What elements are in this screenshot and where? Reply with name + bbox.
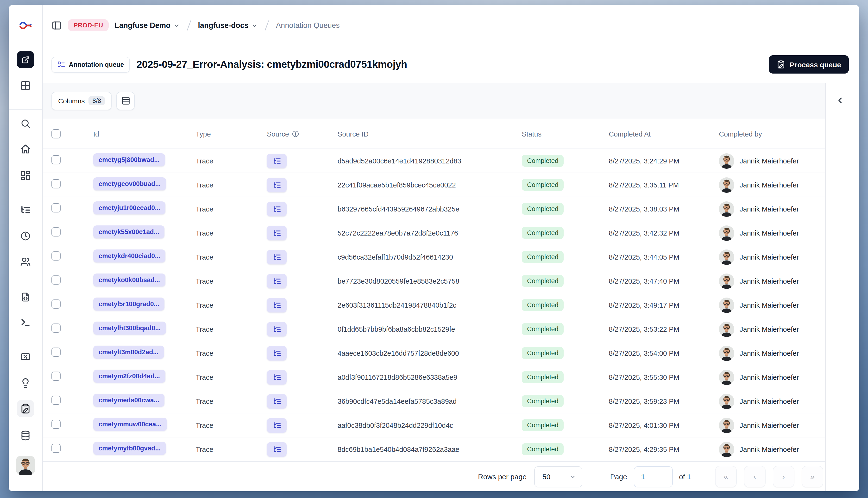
collapse-panel-button[interactable] — [835, 93, 850, 108]
item-type: Trace — [196, 421, 213, 429]
item-id-badge[interactable]: cmetyju1r00ccad0... — [93, 201, 166, 214]
source-trace-button[interactable] — [267, 274, 287, 288]
org-selector[interactable]: Langfuse Demo — [115, 21, 180, 29]
lightbulb-icon[interactable] — [20, 378, 31, 389]
completed-by-avatar — [719, 442, 734, 457]
source-trace-button[interactable] — [267, 442, 287, 456]
source-trace-button[interactable] — [267, 370, 287, 384]
select-all-checkbox[interactable] — [51, 129, 61, 139]
last-page-button[interactable]: » — [802, 466, 823, 487]
completed-at: 8/27/2025, 3:59:23 PM — [609, 397, 679, 405]
list-tree-icon — [272, 421, 281, 430]
table-row: cmetyk55x00c1ad... Trace 52c72c2222ea78e… — [43, 221, 825, 245]
source-trace-button[interactable] — [267, 394, 287, 408]
clock-icon[interactable] — [20, 231, 31, 241]
item-id-badge[interactable]: cmetylt3m00d2ad... — [93, 345, 164, 358]
list-tree-icon — [272, 373, 281, 381]
row-checkbox[interactable] — [51, 396, 61, 405]
table-row: cmetylht300bqad0... Trace 0f1dd65b7bb9bf… — [43, 317, 825, 341]
dashboard-icon[interactable] — [20, 170, 31, 181]
external-link-icon[interactable] — [17, 51, 34, 68]
source-trace-button[interactable] — [267, 322, 287, 336]
file-code-icon[interactable] — [20, 292, 31, 302]
columns-button[interactable]: Columns 8/8 — [51, 92, 112, 110]
next-page-button[interactable]: › — [773, 466, 794, 487]
completed-by-name: Jannik Maierhoefer — [740, 181, 799, 189]
database-icon[interactable] — [20, 430, 31, 441]
row-height-button[interactable] — [117, 92, 135, 110]
previous-page-button[interactable]: ‹ — [744, 466, 766, 487]
item-id-badge[interactable]: cmetyko0k00bsad... — [93, 274, 165, 287]
search-icon[interactable] — [20, 118, 31, 129]
clipboard-pen-icon — [777, 60, 786, 69]
item-id-badge[interactable]: cmetym2fz00d4ad... — [93, 370, 165, 383]
item-id-badge[interactable]: cmetylht300bqad0... — [93, 322, 166, 335]
row-checkbox[interactable] — [51, 179, 61, 188]
completed-by-avatar — [719, 225, 734, 240]
source-trace-button[interactable] — [267, 250, 287, 264]
row-checkbox[interactable] — [51, 275, 61, 285]
row-checkbox[interactable] — [51, 203, 61, 212]
row-checkbox[interactable] — [51, 155, 61, 165]
row-checkbox[interactable] — [51, 251, 61, 261]
terminal-icon[interactable] — [20, 317, 31, 328]
process-queue-button[interactable]: Process queue — [769, 55, 849, 74]
source-trace-button[interactable] — [267, 178, 287, 192]
completed-by-name: Jannik Maierhoefer — [740, 205, 799, 213]
completed-at: 8/27/2025, 3:54:00 PM — [609, 349, 679, 357]
completed-by-avatar — [719, 249, 734, 265]
list-tree-icon — [272, 253, 281, 261]
completed-by-name: Jannik Maierhoefer — [740, 373, 799, 381]
item-id-badge[interactable]: cmetymmuw00cea... — [93, 418, 167, 431]
item-id-badge[interactable]: cmetyl5r100grad0... — [93, 298, 165, 311]
project-selector[interactable]: langfuse-docs — [198, 21, 258, 29]
row-checkbox[interactable] — [51, 324, 61, 333]
completed-by-name: Jannik Maierhoefer — [740, 349, 799, 357]
source-trace-button[interactable] — [267, 418, 287, 432]
item-id-badge[interactable]: cmetyg5j800bwad... — [93, 153, 165, 166]
list-tree-icon — [272, 205, 281, 213]
list-tree-icon[interactable] — [20, 205, 31, 215]
row-checkbox[interactable] — [51, 371, 61, 381]
home-icon[interactable] — [20, 144, 31, 154]
langfuse-logo — [9, 5, 42, 46]
item-id-badge[interactable]: cmetykdr400ciad0... — [93, 249, 166, 262]
table-row: cmetyko0k00bsad... Trace be7723e30d80205… — [43, 269, 825, 293]
header-type: Type — [187, 130, 258, 138]
item-type: Trace — [196, 229, 213, 237]
row-checkbox[interactable] — [51, 444, 61, 453]
page-title: 2025-09-27_Error-Analysis: cmetybzmi00cr… — [137, 58, 407, 70]
source-trace-button[interactable] — [267, 154, 287, 168]
status-badge: Completed — [522, 227, 564, 239]
clipboard-pen-icon-active[interactable] — [17, 400, 34, 417]
user-avatar[interactable] — [16, 456, 35, 475]
source-trace-button[interactable] — [267, 298, 287, 312]
completed-by-avatar — [719, 345, 734, 361]
source-trace-button[interactable] — [267, 202, 287, 216]
row-checkbox[interactable] — [51, 420, 61, 429]
row-checkbox[interactable] — [51, 348, 61, 357]
item-id-badge[interactable]: cmetymyfb00gvad... — [93, 442, 166, 455]
table-row: cmetygeov00buad... Trace 22c41f09acae5b1… — [43, 173, 825, 197]
panel-left-toggle-icon[interactable] — [51, 20, 62, 30]
completed-at: 8/27/2025, 4:01:30 PM — [609, 421, 679, 429]
page-input[interactable] — [634, 466, 673, 487]
list-tree-icon — [272, 301, 281, 309]
row-checkbox[interactable] — [51, 227, 61, 236]
source-trace-button[interactable] — [267, 346, 287, 360]
source-id: 2e603f31361115db24198478840b1f2c — [338, 301, 456, 309]
source-trace-button[interactable] — [267, 226, 287, 240]
rows-per-page-select[interactable]: 50 — [534, 466, 582, 487]
row-checkbox[interactable] — [51, 300, 61, 309]
users-icon[interactable] — [20, 257, 31, 267]
completed-by-avatar — [719, 418, 734, 433]
header-source-id: Source ID — [329, 130, 513, 138]
item-id-badge[interactable]: cmetyk55x00c1ad... — [93, 225, 165, 238]
item-id-badge[interactable]: cmetymeds00cwa... — [93, 394, 165, 407]
list-tree-icon — [272, 325, 281, 333]
first-page-button[interactable]: « — [715, 466, 737, 487]
rows-per-page-label: Rows per page — [478, 473, 527, 481]
item-id-badge[interactable]: cmetygeov00buad... — [93, 178, 166, 191]
grid-icon[interactable] — [20, 80, 31, 91]
percent-card-icon[interactable] — [20, 351, 31, 362]
